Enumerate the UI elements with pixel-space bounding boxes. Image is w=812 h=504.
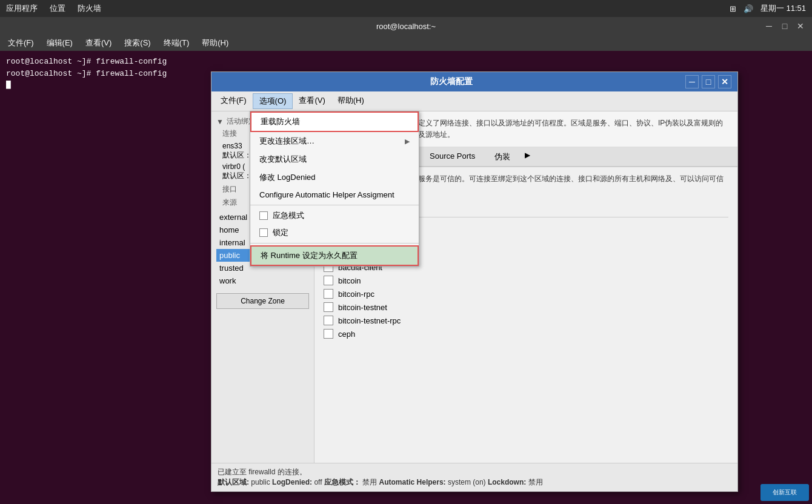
menu-reload-firewall[interactable]: 重载防火墙	[250, 111, 419, 132]
menu-emergency-mode[interactable]: 应急模式	[250, 207, 419, 224]
service-label-bitcoin: bitcoin	[338, 276, 361, 285]
virbr0-zone: 默认区：	[222, 171, 251, 180]
dialog-menubar: 文件(F) 选项(O) 查看(V) 帮助(H)	[211, 91, 737, 111]
log-denied-label-text: LogDenied:	[272, 478, 312, 486]
dialog-statusbar: 已建立至 firewalld 的连接。 默认区域: public LogDeni…	[211, 463, 737, 491]
system-bar: 应用程序 位置 防火墙 ⊞ 🔊 星期一 11:51	[0, 0, 812, 17]
menu-lockdown[interactable]: 锁定	[250, 224, 419, 241]
service-checkbox-bitcoin-testnet-rpc[interactable]	[324, 316, 333, 325]
datetime: 星期一 11:51	[760, 3, 806, 14]
service-checkbox-bitcoin[interactable]	[324, 276, 333, 285]
system-bar-left: 应用程序 位置 防火墙	[6, 3, 101, 14]
menu-set-runtime-permanent[interactable]: 将 Runtime 设定为永久配置	[250, 245, 419, 266]
emergency-label-text: 应急模式：	[324, 478, 361, 486]
volume-icon: 🔊	[744, 4, 753, 13]
menu-modify-logdenied[interactable]: 修改 LogDenied	[250, 168, 419, 187]
terminal-titlebar: root@localhost:~ ─ □ ✕	[0, 17, 812, 35]
emergency-mode-label: 应急模式	[273, 210, 304, 221]
auto-helpers-label-text: Automatic Helpers:	[379, 478, 446, 486]
service-bitcoin-testnet: bitcoin-testnet	[324, 300, 728, 314]
virbr0-name: virbr0 (	[222, 162, 245, 171]
tab-masquerade[interactable]: 伪装	[485, 147, 520, 166]
service-checkbox-bitcoin-rpc[interactable]	[324, 289, 333, 299]
terminal-menu-file[interactable]: 文件(F)	[3, 36, 39, 50]
dialog-titlebar: 防火墙配置 ─ □ ✕	[211, 72, 737, 91]
ens33-name: ens33	[222, 142, 242, 150]
dialog-close[interactable]: ✕	[718, 75, 731, 88]
emergency-checkbox[interactable]	[259, 211, 268, 220]
zone-work[interactable]: work	[216, 274, 309, 287]
firewall-menu[interactable]: 防火墙	[78, 3, 101, 14]
service-ceph: ceph	[324, 327, 728, 340]
service-label-bitcoin-testnet: bitcoin-testnet	[338, 303, 387, 312]
terminal-menu-view[interactable]: 查看(V)	[81, 36, 116, 50]
dialog-menu-file[interactable]: 文件(F)	[215, 93, 253, 109]
change-zone-button[interactable]: Change Zone	[216, 293, 309, 309]
terminal-menu-edit[interactable]: 编辑(E)	[42, 36, 78, 50]
lockdown-label-text: Lockdown:	[488, 478, 526, 486]
network-icon: ⊞	[730, 4, 736, 13]
terminal-menubar: 文件(F) 编辑(E) 查看(V) 搜索(S) 终端(T) 帮助(H)	[0, 35, 812, 51]
menu-logdenied-label: 修改 LogDenied	[259, 172, 316, 183]
lockdown-checkbox[interactable]	[259, 228, 268, 237]
dialog-menu-help[interactable]: 帮助(H)	[331, 93, 370, 109]
terminal-line-1: root@localhost ~]# firewall-config	[6, 56, 806, 68]
menu-change-connection-zone[interactable]: 更改连接区域… ▶	[250, 132, 419, 150]
options-dropdown: 重载防火墙 更改连接区域… ▶ 改变默认区域 修改 LogDenied Conf…	[250, 111, 419, 267]
terminal-controls: ─ □ ✕	[764, 21, 806, 31]
system-bar-right: ⊞ 🔊 星期一 11:51	[730, 3, 806, 14]
dialog-menu-options[interactable]: 选项(O)	[253, 93, 293, 109]
tab-more-button[interactable]: ▶	[520, 147, 535, 166]
location-menu[interactable]: 位置	[50, 3, 65, 14]
lockdown-value: 禁用	[528, 478, 543, 486]
terminal-menu-terminal[interactable]: 终端(T)	[159, 36, 195, 50]
service-label-ceph: ceph	[338, 330, 355, 339]
connection-status: 已建立至 firewalld 的连接。	[218, 468, 307, 476]
menu-separator-2	[250, 243, 419, 244]
auto-helpers-value: system (on)	[448, 478, 486, 486]
runtime-permanent-label: 将 Runtime 设定为永久配置	[261, 250, 358, 261]
lockdown-label-menu: 锁定	[273, 227, 288, 238]
app-menu[interactable]: 应用程序	[6, 3, 38, 14]
terminal-close[interactable]: ✕	[795, 21, 806, 31]
tab-source-ports[interactable]: Source Ports	[420, 147, 485, 166]
terminal-title: root@localhost:~	[376, 22, 436, 31]
dialog-minimize[interactable]: ─	[685, 75, 699, 88]
dialog-title: 防火墙配置	[218, 76, 685, 87]
service-label-bitcoin-testnet-rpc: bitcoin-testnet-rpc	[338, 316, 401, 325]
ens33-zone: 默认区：	[222, 151, 251, 159]
menu-reload-firewall-label: 重载防火墙	[261, 116, 300, 127]
default-zone-value: public	[251, 478, 270, 486]
terminal-menu-help[interactable]: 帮助(H)	[197, 36, 233, 50]
service-checkbox-ceph[interactable]	[324, 329, 333, 339]
menu-separator-1	[250, 205, 419, 205]
menu-change-zone-label: 更改连接区域…	[259, 136, 314, 147]
terminal-maximize[interactable]: □	[779, 21, 790, 31]
menu-configure-helper[interactable]: Configure Automatic Helper Assigment	[250, 187, 419, 203]
terminal-minimize[interactable]: ─	[764, 21, 774, 31]
service-bitcoin-testnet-rpc: bitcoin-testnet-rpc	[324, 314, 728, 327]
service-bitcoin-rpc: bitcoin-rpc	[324, 287, 728, 300]
dialog-menu-view[interactable]: 查看(V)	[293, 93, 331, 109]
log-denied-value: off	[314, 478, 322, 486]
watermark: 创新互联	[760, 484, 809, 501]
service-bitcoin: bitcoin	[324, 274, 728, 287]
menu-default-zone-label: 改变默认区域	[259, 154, 307, 165]
submenu-arrow-icon: ▶	[405, 138, 410, 145]
terminal-menu-search[interactable]: 搜索(S)	[119, 36, 155, 50]
dialog-maximize[interactable]: □	[702, 75, 715, 88]
default-zone-label: 默认区域:	[218, 478, 249, 486]
service-label-bitcoin-rpc: bitcoin-rpc	[338, 290, 374, 299]
emergency-value: 禁用	[362, 478, 377, 486]
menu-helper-label: Configure Automatic Helper Assigment	[259, 190, 394, 199]
dialog-title-controls: ─ □ ✕	[685, 75, 731, 88]
active-bindings-arrow: ▼	[216, 118, 224, 126]
menu-change-default-zone[interactable]: 改变默认区域	[250, 150, 419, 168]
service-checkbox-bitcoin-testnet[interactable]	[324, 302, 333, 312]
